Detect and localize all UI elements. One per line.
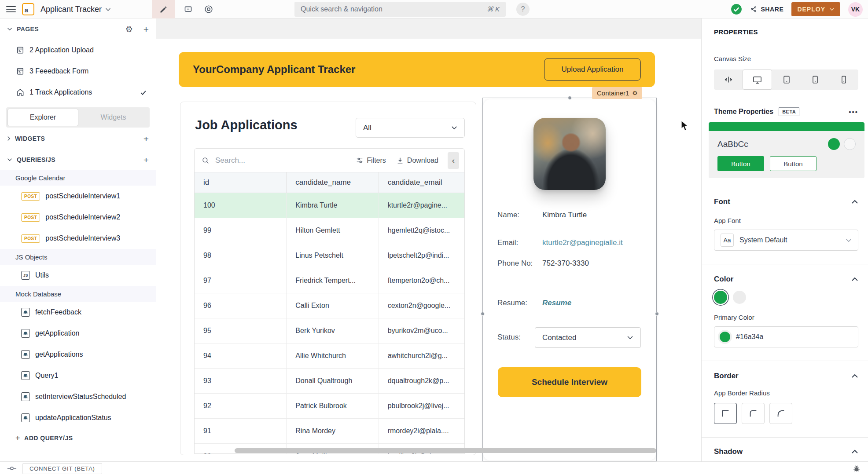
post-query-item[interactable]: POSTpostScheduleInterview2 — [0, 207, 156, 228]
color-section-header: Color — [714, 275, 858, 284]
column-header-candidate_email[interactable]: candidate_email — [379, 172, 464, 193]
sidebar-page-item[interactable]: 1 Track Applications — [0, 82, 156, 103]
green-color-swatch[interactable] — [714, 291, 727, 304]
help-button[interactable]: ? — [516, 3, 530, 16]
add-query-js-button[interactable]: + ADD QUERY/JS — [0, 428, 156, 448]
candidate-detail-card[interactable]: Name:Kimbra TurtleEmail:kturtle2r@pagine… — [483, 99, 656, 460]
debug-bug-icon[interactable] — [852, 464, 861, 473]
saved-check-icon — [731, 4, 742, 15]
radius-large-button[interactable] — [769, 403, 792, 424]
table-row[interactable]: 94Allie Whitchurchawhitchurch2l@g... — [195, 343, 464, 369]
canvas-size-desktop-button[interactable] — [743, 69, 772, 90]
queries-section-row[interactable]: QUERIES/JS + — [0, 150, 156, 170]
postgres-icon — [21, 308, 30, 317]
canvas-size-mobile-button[interactable] — [830, 69, 858, 90]
app-font-select[interactable]: Aa System Default — [714, 230, 858, 251]
sidebar-page-item[interactable]: 2 Application Upload — [0, 40, 156, 61]
horizontal-scrollbar[interactable] — [235, 448, 656, 453]
theme-color-bar — [709, 122, 864, 131]
db-query-item[interactable]: Query1 — [0, 365, 156, 386]
canvas-size-tablet-large-button[interactable] — [772, 69, 801, 90]
db-query-item[interactable]: getApplication — [0, 323, 156, 344]
canvas-size-fluid-button[interactable] — [714, 69, 743, 90]
cell-id: 95 — [195, 318, 287, 343]
cell-candidate-email: cexton2n@google... — [379, 293, 464, 318]
table-row[interactable]: 97Friedrick Tempert...ftemperton2o@ch... — [195, 268, 464, 293]
chevron-up-icon[interactable] — [851, 374, 858, 378]
cell-candidate-name: Rina Mordey — [287, 419, 379, 443]
comment-mode-button[interactable] — [178, 0, 198, 18]
app-title[interactable]: Applicant Tracker — [40, 5, 111, 14]
db-query-item[interactable]: fetchFeedback — [0, 302, 156, 323]
upload-application-button[interactable]: Upload Application — [544, 58, 641, 81]
table-row[interactable]: 99Hilton Gemletthgemlett2q@istoc... — [195, 218, 464, 243]
chevron-down-icon[interactable] — [7, 27, 12, 31]
theme-secondary-dot[interactable] — [844, 138, 856, 150]
filters-button[interactable]: Filters — [356, 157, 386, 164]
gray-color-swatch[interactable] — [733, 291, 746, 304]
user-avatar[interactable]: VK — [848, 2, 863, 17]
js-query-item[interactable]: JSUtils — [0, 265, 156, 286]
collapse-panel-button[interactable]: ‹ — [448, 152, 459, 169]
table-row[interactable]: 91Rina Mordeyrmordey2i@plala.... — [195, 419, 464, 444]
field-value[interactable]: Resume — [542, 299, 571, 307]
primary-color-input[interactable]: #16a34a — [714, 326, 858, 347]
tab-widgets[interactable]: Widgets — [78, 109, 148, 126]
theme-primary-dot[interactable] — [828, 138, 840, 150]
radius-round-icon — [776, 409, 786, 418]
connect-git-button[interactable]: CONNECT GIT (BETA) — [22, 463, 102, 474]
app-logo-icon[interactable]: a_ — [22, 3, 34, 15]
column-header-candidate_name[interactable]: candidate_name — [287, 172, 379, 193]
db-query-item[interactable]: getApplications — [0, 344, 156, 365]
quick-search-input[interactable]: Quick search & navigation ⌘ K — [294, 2, 506, 17]
widget-settings-gear-icon[interactable]: ⚙ — [632, 90, 637, 96]
db-query-item[interactable]: setInterviewStatusScheduled — [0, 386, 156, 407]
table-row[interactable]: 93Donall Qualtroughdqualtrough2k@p... — [195, 369, 464, 394]
status-filter-select[interactable]: All — [356, 118, 465, 138]
download-button[interactable]: Download — [396, 157, 438, 164]
postgres-icon — [21, 329, 30, 338]
add-page-button[interactable]: + — [143, 25, 149, 34]
post-query-item[interactable]: POSTpostScheduleInterview3 — [0, 228, 156, 249]
status-select[interactable]: Contacted — [535, 327, 641, 348]
deploy-button[interactable]: DEPLOY — [791, 2, 840, 16]
radius-medium-icon — [748, 409, 758, 418]
resize-handle-top[interactable] — [568, 96, 572, 100]
table-row[interactable]: 98Linus Petscheltlpetschelt2p@indi... — [195, 243, 464, 268]
add-widget-button[interactable]: + — [143, 134, 149, 143]
hamburger-menu-icon[interactable] — [6, 6, 16, 13]
chevron-up-icon[interactable] — [851, 200, 858, 204]
pages-settings-gear-icon[interactable]: ⚙ — [125, 25, 133, 33]
radius-medium-button[interactable] — [742, 403, 765, 424]
add-query-button[interactable]: + — [143, 155, 149, 164]
edit-mode-button[interactable] — [152, 0, 175, 18]
widgets-section-row[interactable]: WIDGETS + — [0, 128, 156, 149]
db-query-item[interactable]: updateApplicationStatus — [0, 407, 156, 428]
table-row[interactable]: 92Patrick Bulbrookpbulbrook2j@livej... — [195, 394, 464, 419]
canvas-size-tablet-button[interactable] — [801, 69, 830, 90]
app-header-widget[interactable]: YourCompany Applicant Tracker Upload App… — [179, 52, 655, 87]
theme-outline-button-preview[interactable]: Button — [770, 156, 817, 171]
table-search-input[interactable]: Search... — [215, 156, 245, 165]
chevron-up-icon[interactable] — [851, 277, 858, 281]
share-button[interactable]: SHARE — [750, 6, 783, 13]
container1-widget-tag[interactable]: Container1 ⚙ — [592, 87, 642, 99]
theme-sample-text: AaBbCc — [717, 139, 748, 149]
chevron-up-icon[interactable] — [851, 449, 858, 454]
tab-explorer[interactable]: Explorer — [7, 109, 78, 126]
theme-more-options-button[interactable]: ••• — [849, 108, 858, 116]
field-value[interactable]: kturtle2r@paginegialle.it — [542, 238, 623, 247]
theme-solid-button-preview[interactable]: Button — [717, 156, 764, 171]
table-row[interactable]: 96Calli Extoncexton2n@google... — [195, 293, 464, 318]
view-mode-button[interactable] — [199, 0, 218, 18]
resize-handle-right[interactable] — [655, 312, 659, 316]
radius-none-button[interactable] — [714, 403, 737, 424]
resize-handle-left[interactable] — [481, 312, 485, 316]
post-query-item[interactable]: POSTpostScheduleInterview1 — [0, 186, 156, 207]
sidebar-page-item[interactable]: 3 Feeedback Form — [0, 61, 156, 82]
query-label: updateApplicationStatus — [35, 414, 111, 422]
schedule-interview-button[interactable]: Schedule Interview — [498, 367, 641, 397]
table-row[interactable]: 95Berk Yurikovbyurikov2m@uco... — [195, 318, 464, 343]
column-header-id[interactable]: id — [195, 172, 287, 193]
table-row[interactable]: 100Kimbra Turtlekturtle2r@pagine... — [195, 193, 464, 218]
